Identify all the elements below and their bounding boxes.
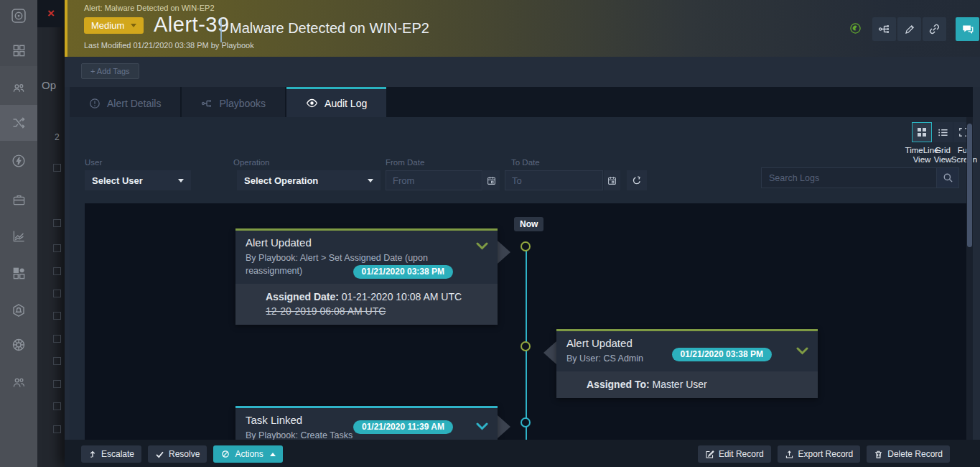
card-pointer [498, 415, 510, 438]
timeline-canvas: Now Alert Updated By Playbook: Alert > S… [85, 203, 973, 440]
tab-playbooks[interactable]: Playbooks [182, 87, 285, 117]
audit-log-content: TimeLine View Grid View Full Screen User… [70, 117, 973, 440]
operation-filter-label: Operation [233, 158, 270, 167]
link-button[interactable] [923, 17, 946, 41]
timeline-node[interactable] [521, 341, 531, 351]
scrollbar-thumb[interactable] [967, 124, 972, 247]
from-date-label: From Date [386, 158, 424, 167]
reports-chart-icon[interactable] [0, 223, 37, 249]
row-checkbox [53, 219, 61, 227]
escalate-button[interactable]: Escalate [81, 445, 141, 463]
now-badge: Now [514, 217, 543, 231]
app-root: × Op 2 Alert: Malware Detected on WIN-EP… [0, 0, 980, 467]
add-tags-button[interactable]: + Add Tags [81, 63, 139, 79]
audit-event-card: Alert Updated By Playbook: Alert > Set A… [235, 228, 498, 325]
event-header[interactable]: Alert Updated By Playbook: Alert > Set A… [235, 231, 498, 284]
close-panel-button[interactable]: × [37, 0, 65, 27]
app-logo-icon[interactable] [0, 3, 37, 29]
event-detail: Assigned To: Master User [556, 371, 818, 398]
chevron-down-icon[interactable] [476, 242, 488, 250]
record-action-bar: Escalate Resolve Actions Edit Record [65, 440, 980, 467]
chevron-down-icon[interactable] [476, 422, 488, 430]
edit-pencil-button[interactable] [897, 17, 921, 41]
timestamp-badge: 01/21/2020 03:38 PM [353, 265, 453, 279]
previous-value: 12-20-2019 06:08 AM UTC [266, 305, 487, 317]
background-page [37, 0, 65, 467]
dashboard-grid-icon[interactable] [0, 37, 37, 63]
audit-event-card: Alert Updated By User: CS Admin 01/21/20… [556, 329, 818, 398]
users-icon[interactable] [0, 369, 37, 395]
export-icon [785, 450, 794, 459]
playbooks-button[interactable] [872, 17, 896, 41]
event-header[interactable]: Alert Updated By User: CS Admin 01/21/20… [556, 331, 818, 371]
teams-icon[interactable] [0, 75, 37, 101]
timeline-node[interactable] [521, 241, 531, 251]
tab-audit-log[interactable]: Audit Log [286, 87, 386, 117]
user-filter-label: User [85, 158, 102, 167]
card-pointer [498, 241, 510, 264]
search-button[interactable] [937, 167, 959, 188]
sync-status-icon [849, 22, 862, 34]
background-page-text: Op [42, 79, 56, 91]
edit-record-button[interactable]: Edit Record [698, 445, 771, 463]
row-checkbox [53, 425, 61, 433]
close-icon: × [47, 6, 55, 21]
operation-select[interactable]: Select Operation [237, 170, 381, 190]
grid-view-button[interactable] [933, 122, 953, 142]
settings-wheel-icon[interactable] [0, 332, 37, 358]
refresh-button[interactable] [627, 170, 647, 190]
row-checkbox [53, 164, 61, 172]
to-date-label: To Date [511, 158, 540, 167]
threat-intel-icon[interactable] [0, 297, 37, 323]
background-page-count: 2 [55, 132, 60, 142]
briefcase-icon[interactable] [0, 187, 37, 213]
event-header[interactable]: Task Linked By Playbook: Create Tasks 01… [235, 408, 498, 440]
from-calendar-icon[interactable] [483, 170, 500, 190]
row-checkbox [53, 380, 61, 388]
alert-id: Alert-39 [154, 13, 230, 37]
alert-details-icon [89, 98, 101, 109]
severity-dropdown[interactable]: Medium [84, 17, 144, 34]
row-checkbox [53, 402, 61, 410]
playbooks-icon [201, 98, 213, 109]
timestamp-badge: 01/21/2020 03:38 PM [672, 348, 772, 361]
actions-icon [220, 449, 230, 459]
row-checkbox [53, 357, 61, 365]
row-checkbox [53, 267, 61, 275]
tab-alert-details[interactable]: Alert Details [70, 87, 180, 117]
row-checkbox [53, 312, 61, 320]
page-title: Malware Detected on WIN-EP2 [230, 20, 429, 37]
grid-view-icon [938, 127, 948, 138]
timeline-view-icon [917, 127, 927, 137]
to-calendar-icon[interactable] [604, 170, 620, 190]
tab-bar: Alert Details Playbooks Audit Log [70, 87, 973, 117]
delete-record-button[interactable]: Delete Record [867, 445, 950, 463]
incidents-shuffle-icon[interactable] [0, 105, 37, 141]
check-icon [155, 450, 164, 459]
resolve-button[interactable]: Resolve [148, 445, 207, 463]
tags-row: + Add Tags [65, 57, 980, 87]
edit-record-icon [705, 450, 714, 459]
chevron-down-icon[interactable] [796, 347, 808, 355]
chevron-down-icon [368, 179, 373, 182]
left-nav-sidebar [0, 0, 37, 467]
event-detail: Assigned Date: 01-21-2020 10:08 AM UTC 1… [235, 284, 498, 325]
comments-button[interactable] [956, 17, 979, 41]
last-modified-text: Last Modified 01/21/2020 03:38 PM by Pla… [84, 41, 254, 50]
export-record-button[interactable]: Export Record [778, 445, 861, 463]
search-input[interactable] [761, 167, 937, 188]
from-date-input[interactable] [386, 170, 482, 190]
automation-bolt-icon[interactable] [0, 148, 37, 174]
refresh-icon [632, 175, 642, 185]
to-date-input[interactable] [505, 170, 603, 190]
widgets-icon[interactable] [0, 260, 37, 286]
severity-label: Medium [91, 20, 124, 31]
alert-detail-panel: Alert: Malware Detected on WIN-EP2 Mediu… [65, 0, 980, 467]
actions-button[interactable]: Actions [213, 445, 282, 463]
row-checkbox [53, 335, 61, 343]
user-select[interactable]: Select User [85, 170, 191, 190]
breadcrumb: Alert: Malware Detected on WIN-EP2 [84, 4, 215, 12]
timeline-node[interactable] [521, 417, 531, 427]
card-pointer [543, 341, 556, 364]
timeline-view-button[interactable] [912, 122, 932, 142]
